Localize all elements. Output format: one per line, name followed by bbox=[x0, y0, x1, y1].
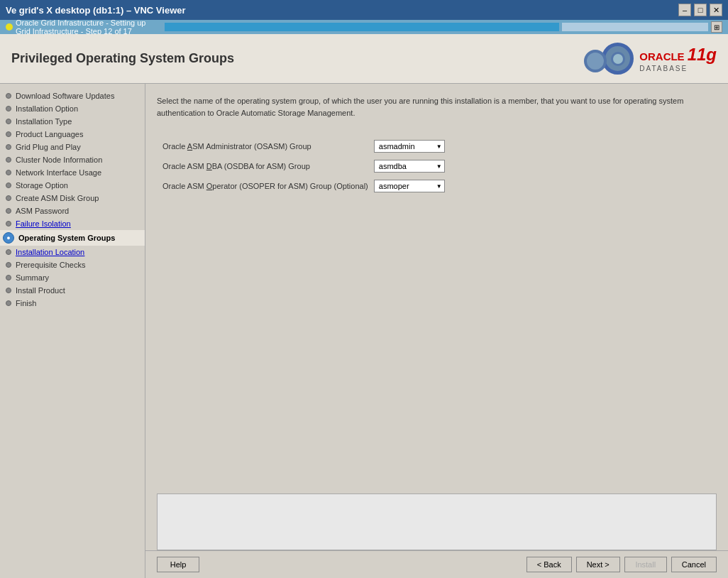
oracle-sub-label: DATABASE bbox=[639, 65, 717, 72]
step-dot-download bbox=[6, 93, 11, 99]
window-title: Ve grid's X desktop (db1:1) – VNC Viewer bbox=[6, 5, 186, 16]
osdba-select[interactable]: asmadmin asmdba asmoper bbox=[374, 160, 445, 173]
step-dot-finish bbox=[6, 300, 11, 306]
osasm-select-wrapper: asmadmin asmdba asmoper bbox=[374, 140, 445, 153]
progress-bar: Oracle Grid Infrastructure - Setting up … bbox=[0, 20, 728, 34]
step-dot-languages bbox=[6, 131, 11, 137]
form-row-osdba: Oracle ASM DBA (OSDBA for ASM) Group asm… bbox=[162, 160, 445, 173]
sidebar-item-summary[interactable]: Summary bbox=[0, 271, 145, 284]
content-area: Download Software Updates Installation O… bbox=[0, 84, 728, 578]
sidebar-item-install-product[interactable]: Install Product bbox=[0, 284, 145, 297]
sidebar-item-asm-password[interactable]: ASM Password bbox=[0, 205, 145, 217]
progress-expand-icon[interactable]: ⊞ bbox=[711, 21, 722, 33]
step-dot-osg: ● bbox=[3, 232, 14, 244]
osoper-select[interactable]: asmadmin asmdba asmoper bbox=[374, 180, 445, 192]
bottom-bar: Help < Back Next > Install Cancel bbox=[145, 550, 728, 578]
cancel-button[interactable]: Cancel bbox=[671, 557, 717, 572]
step-dot-grid bbox=[6, 144, 11, 150]
sidebar-item-storage-option[interactable]: Storage Option bbox=[0, 179, 145, 192]
progress-filled bbox=[165, 23, 559, 31]
step-dot-type bbox=[6, 119, 11, 124]
main-content: Select the name of the operating system … bbox=[145, 84, 728, 494]
oracle-brand-block: ORACLE 11g DATABASE bbox=[639, 45, 717, 72]
osoper-select-cell: asmadmin asmdba asmoper bbox=[374, 180, 445, 192]
sidebar-item-failure-isolation[interactable]: Failure Isolation bbox=[0, 217, 145, 230]
sidebar-item-create-asm[interactable]: Create ASM Disk Group bbox=[0, 192, 145, 205]
sidebar-item-installation-type[interactable]: Installation Type bbox=[0, 115, 145, 128]
step-dot-password bbox=[6, 208, 11, 214]
osdba-select-cell: asmadmin asmdba asmoper bbox=[374, 160, 445, 173]
step-dot-storage bbox=[6, 182, 11, 188]
right-panel: Select the name of the operating system … bbox=[145, 84, 728, 578]
page-header: Privileged Operating System Groups ORACL… bbox=[0, 34, 728, 84]
sidebar-item-prerequisite-checks[interactable]: Prerequisite Checks bbox=[0, 258, 145, 271]
osoper-select-wrapper: asmadmin asmdba asmoper bbox=[374, 180, 445, 192]
form-row-osasm: Oracle ASM Administrator (OSASM) Group a… bbox=[162, 140, 445, 153]
step-dot-cluster bbox=[6, 157, 11, 163]
osasm-select-cell: asmadmin asmdba asmoper bbox=[374, 140, 445, 153]
page-title: Privileged Operating System Groups bbox=[11, 51, 234, 66]
window-controls: – □ ✕ bbox=[678, 4, 722, 16]
sidebar-item-installation-option[interactable]: Installation Option bbox=[0, 102, 145, 115]
osasm-select[interactable]: asmadmin asmdba asmoper bbox=[374, 140, 445, 153]
help-button[interactable]: Help bbox=[157, 557, 199, 572]
form-row-osoper: Oracle ASM Operator (OSOPER for ASM) Gro… bbox=[162, 180, 445, 192]
next-button[interactable]: Next > bbox=[576, 557, 620, 572]
form-table: Oracle ASM Administrator (OSASM) Group a… bbox=[157, 133, 451, 200]
oracle-brand-name: ORACLE bbox=[639, 50, 684, 62]
status-indicator-icon bbox=[6, 23, 13, 31]
step-dot-asm bbox=[6, 195, 11, 201]
close-button[interactable]: ✕ bbox=[710, 4, 722, 16]
description-text: Select the name of the operating system … bbox=[157, 95, 717, 119]
progress-unfilled bbox=[562, 23, 708, 31]
title-bar: Ve grid's X desktop (db1:1) – VNC Viewer… bbox=[0, 0, 728, 20]
log-area bbox=[157, 494, 717, 550]
osdba-select-wrapper: asmadmin asmdba asmoper bbox=[374, 160, 445, 173]
sidebar-item-operating-system-groups[interactable]: ● Operating System Groups bbox=[0, 230, 145, 246]
sidebar-item-product-languages[interactable]: Product Languages bbox=[0, 128, 145, 141]
osoper-label: Oracle ASM Operator (OSOPER for ASM) Gro… bbox=[162, 180, 368, 192]
progress-label: Oracle Grid Infrastructure - Setting up … bbox=[16, 18, 162, 36]
oracle-logo-area: ORACLE 11g DATABASE bbox=[584, 39, 717, 78]
oracle-version-number: 11g bbox=[688, 45, 717, 65]
sidebar-item-download-software[interactable]: Download Software Updates bbox=[0, 89, 145, 102]
sidebar-item-installation-location[interactable]: Installation Location bbox=[0, 246, 145, 258]
osdba-label: Oracle ASM DBA (OSDBA for ASM) Group bbox=[162, 160, 368, 173]
maximize-button[interactable]: □ bbox=[694, 4, 707, 16]
step-dot-failure bbox=[6, 221, 11, 227]
step-dot-location bbox=[6, 249, 11, 255]
step-dot-option bbox=[6, 106, 11, 111]
minimize-button[interactable]: – bbox=[678, 4, 691, 16]
step-dot-network bbox=[6, 170, 11, 175]
step-dot-summary bbox=[6, 275, 11, 280]
sidebar-item-network-interface[interactable]: Network Interface Usage bbox=[0, 166, 145, 179]
step-dot-prereq bbox=[6, 262, 11, 268]
main-window: Privileged Operating System Groups ORACL… bbox=[0, 34, 728, 578]
back-button[interactable]: < Back bbox=[526, 557, 572, 572]
sidebar-item-cluster-node[interactable]: Cluster Node Information bbox=[0, 153, 145, 166]
sidebar: Download Software Updates Installation O… bbox=[0, 84, 145, 578]
install-button[interactable]: Install bbox=[624, 557, 667, 572]
navigation-buttons: < Back Next > Install Cancel bbox=[526, 557, 717, 572]
step-dot-install bbox=[6, 288, 11, 293]
sidebar-item-finish[interactable]: Finish bbox=[0, 297, 145, 310]
gear-graphic bbox=[584, 39, 634, 78]
sidebar-item-grid-plug-play[interactable]: Grid Plug and Play bbox=[0, 141, 145, 153]
osasm-label: Oracle ASM Administrator (OSASM) Group bbox=[162, 140, 368, 153]
